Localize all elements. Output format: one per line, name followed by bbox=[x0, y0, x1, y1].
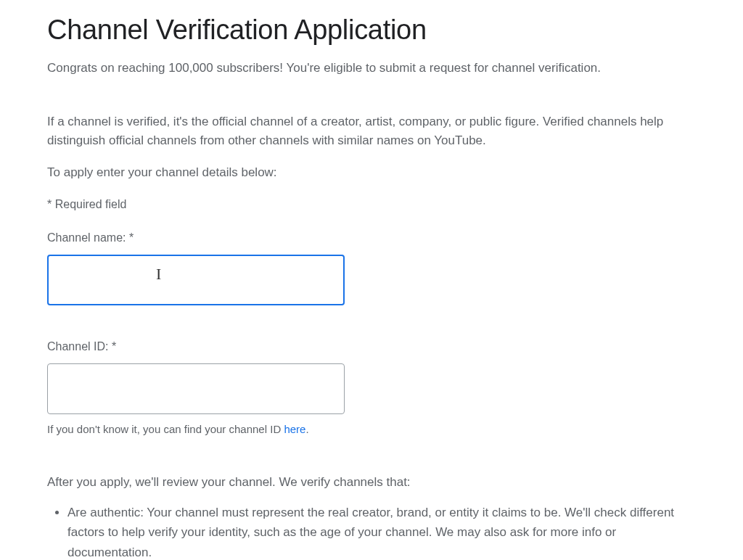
channel-id-helper: If you don't know it, you can find your … bbox=[47, 423, 696, 435]
channel-id-field-group: Channel ID: * If you don't know it, you … bbox=[47, 340, 696, 435]
criteria-item: Are authentic: Your channel must represe… bbox=[67, 503, 696, 560]
channel-name-field-group: Channel name: * bbox=[47, 231, 696, 305]
channel-id-label: Channel ID: * bbox=[47, 340, 696, 353]
helper-prefix: If you don't know it, you can find your … bbox=[47, 423, 284, 435]
find-channel-id-link[interactable]: here bbox=[284, 423, 305, 435]
subtitle-text: Congrats on reaching 100,000 subscribers… bbox=[47, 59, 696, 78]
criteria-list: Are authentic: Your channel must represe… bbox=[47, 503, 696, 560]
channel-name-input[interactable] bbox=[47, 255, 345, 305]
helper-suffix: . bbox=[305, 423, 308, 435]
page-title: Channel Verification Application bbox=[47, 15, 696, 46]
instruction-text: To apply enter your channel details belo… bbox=[47, 163, 696, 182]
description-text: If a channel is verified, it's the offic… bbox=[47, 112, 696, 151]
channel-id-input[interactable] bbox=[47, 363, 345, 414]
review-heading: After you apply, we'll review your chann… bbox=[47, 473, 696, 492]
channel-name-label: Channel name: * bbox=[47, 231, 696, 244]
required-field-note: * Required field bbox=[47, 198, 696, 211]
